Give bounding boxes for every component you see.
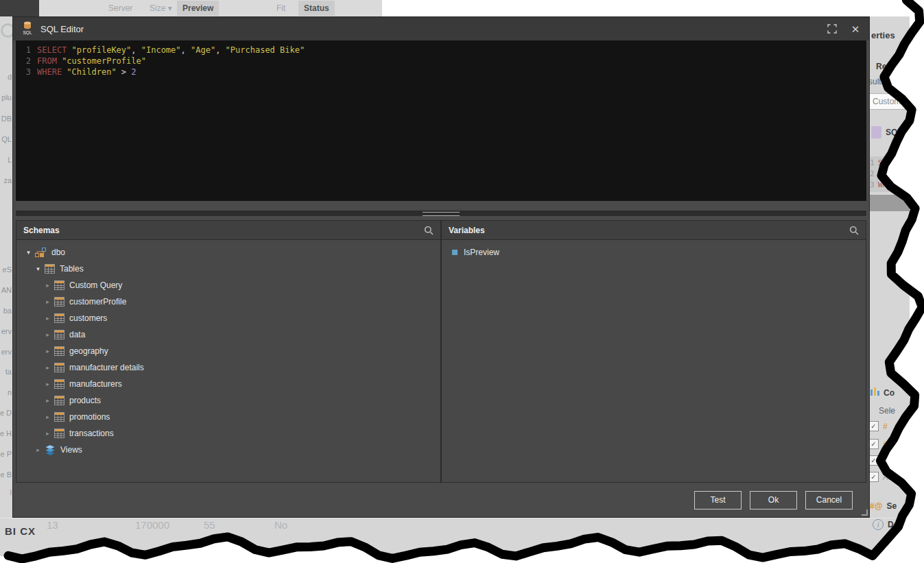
sql-database-icon: SQL	[21, 21, 34, 38]
code-token: ,	[131, 45, 141, 55]
code-token: >	[117, 67, 132, 77]
tree-item-label: manufacturers	[69, 379, 122, 389]
ok-button[interactable]: Ok	[750, 491, 797, 510]
bg-sql-preview: 1SELEC2FROM3WHERE	[868, 156, 911, 192]
column-type-icon: #	[883, 422, 888, 431]
code-token	[67, 45, 71, 55]
tree-item-data[interactable]: ▸data	[16, 326, 440, 343]
toolbar-tab-status: Status	[298, 1, 335, 16]
code-line: 2FROM "customerProfile"	[16, 56, 866, 67]
bg-description-label: De	[888, 520, 898, 529]
bg-parameter-label: Se	[886, 501, 897, 511]
bg-sql-preview-line: 2FROM	[870, 169, 911, 180]
bg-left-fragment: eS	[0, 265, 12, 274]
close-button[interactable]: ✕	[850, 23, 861, 34]
tree-item-manufacturer-details[interactable]: ▸manufacturer details	[16, 359, 440, 376]
code-token: ,	[181, 45, 191, 55]
tree-item-geography[interactable]: ▸geography	[16, 343, 440, 359]
bg-gray-band	[868, 195, 910, 211]
schemas-panel-header: Schemas	[16, 221, 440, 240]
expander-right-icon[interactable]: ▸	[43, 331, 53, 338]
bg-left-fragment: e P	[0, 450, 12, 458]
line-number: 1	[16, 45, 31, 56]
tree-item-views[interactable]: ▸Views	[16, 442, 440, 458]
bg-columns-label: Co	[884, 388, 895, 398]
expander-right-icon[interactable]: ▸	[43, 414, 53, 420]
expander-right-icon[interactable]: ▸	[43, 348, 53, 355]
expander-right-icon[interactable]: ▸	[43, 397, 53, 404]
bg-right-fragment: Result	[876, 62, 901, 71]
variable-item-ispreview[interactable]: IsPreview	[442, 244, 866, 261]
table-icon	[54, 330, 64, 339]
variables-search-icon[interactable]	[849, 226, 859, 235]
column-type-icon: #	[883, 440, 888, 449]
sql-code-editor[interactable]: 1SELECT "profileKey", "Income", "Age", "…	[16, 40, 866, 201]
bg-custom-input: Custom	[868, 93, 912, 110]
tree-item-label: products	[69, 396, 101, 405]
bg-left-fragment: e B	[0, 470, 12, 479]
expander-down-icon[interactable]: ▾	[23, 249, 34, 256]
expander-down-icon[interactable]: ▾	[33, 265, 43, 272]
expander-right-icon[interactable]: ▸	[43, 381, 53, 387]
tree-item-manufacturers[interactable]: ▸manufacturers	[16, 376, 440, 392]
hash-at-icon: #@	[870, 501, 882, 511]
tree-item-promotions[interactable]: ▸promotions	[16, 409, 440, 425]
bg-column-checkbox-row: ✓#A	[868, 455, 897, 466]
expander-right-icon[interactable]: ▸	[43, 282, 53, 289]
bg-left-fragment: ta	[0, 368, 12, 376]
sql-editor-dialog: SQL SQL Editor ✕ 1SELECT "profileKey", "…	[12, 16, 870, 518]
sql-file-icon	[871, 126, 881, 139]
screen: { "colors":{ "accent_orange":"#d69a4a","…	[0, 0, 924, 563]
code-line: 1SELECT "profileKey", "Income", "Age", "…	[16, 45, 866, 56]
table-icon	[54, 379, 64, 389]
tree-item-label: geography	[69, 346, 108, 356]
resize-grip[interactable]	[862, 510, 868, 516]
table-icon	[54, 297, 64, 307]
expander-right-icon[interactable]: ▸	[43, 298, 53, 305]
schemas-search-icon[interactable]	[424, 226, 434, 235]
schemas-panel: Schemas ▾dbo▾Tables▸Custom Query▸custome…	[16, 221, 440, 482]
splitter-grip-icon	[423, 212, 460, 216]
bg-left-fragment: QL	[0, 135, 12, 143]
expander-right-icon[interactable]: ▸	[43, 364, 53, 371]
svg-text:SQL: SQL	[23, 30, 32, 35]
expander-right-icon[interactable]: ▸	[43, 315, 53, 322]
bg-left-fragment: ba	[0, 307, 12, 315]
line-number: 2	[870, 169, 875, 178]
table-icon	[45, 264, 55, 274]
tree-item-custom-query[interactable]: ▸Custom Query	[16, 277, 440, 294]
variables-panel-title: Variables	[449, 226, 485, 235]
tree-item-customerprofile[interactable]: ▸customerProfile	[16, 294, 440, 310]
schemas-tree: ▾dbo▾Tables▸Custom Query▸customerProfile…	[16, 240, 440, 482]
table-icon	[54, 429, 64, 438]
tree-item-products[interactable]: ▸products	[16, 392, 440, 409]
expander-right-icon[interactable]: ▸	[43, 430, 53, 437]
bg-sql-preview-line: 3WHERE	[870, 180, 911, 191]
tree-item-label: promotions	[69, 412, 110, 422]
dialog-titlebar[interactable]: SQL SQL Editor ✕	[13, 17, 869, 40]
bg-left-fragment: e H	[0, 429, 12, 438]
toolbar-tab-fit: Fit	[271, 1, 291, 16]
tree-item-transactions[interactable]: ▸transactions	[16, 425, 440, 442]
schema-icon	[35, 248, 47, 257]
bg-left-fragment: erv	[0, 327, 12, 335]
bg-left-fragment: l	[0, 488, 12, 496]
bg-left-fragment: DB	[0, 115, 12, 123]
maximize-button[interactable]	[827, 23, 838, 34]
bg-right-fragment: Sele	[879, 406, 895, 416]
expander-right-icon[interactable]: ▸	[33, 446, 43, 453]
cancel-button[interactable]: Cancel	[805, 491, 853, 510]
background-toolbar: ServerSize ▾PreviewFitStatus	[39, 0, 382, 17]
code-line: 3WHERE "Children" > 2	[16, 67, 866, 77]
test-button[interactable]: Test	[694, 491, 742, 510]
dialog-title: SQL Editor	[40, 24, 84, 34]
code-token: WHERE	[37, 67, 62, 77]
toolbar-tab-server: Server	[103, 1, 138, 16]
splitter-handle[interactable]	[16, 211, 866, 216]
tree-item-customers[interactable]: ▸customers	[16, 310, 440, 326]
variables-list: IsPreview	[442, 240, 866, 482]
column-name-fragment: I	[892, 440, 894, 449]
tree-item-dbo[interactable]: ▾dbo	[16, 244, 440, 261]
tree-item-tables[interactable]: ▾Tables	[16, 261, 440, 277]
bg-left-fragment: L	[0, 156, 12, 164]
